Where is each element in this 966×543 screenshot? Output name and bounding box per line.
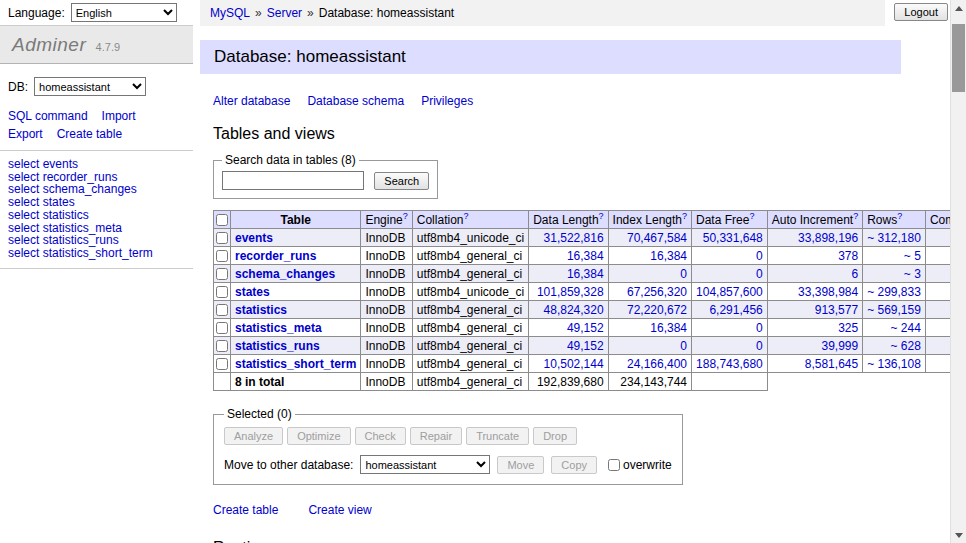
table-name-cell[interactable]: schema_changes: [231, 265, 361, 283]
row-checkbox[interactable]: [216, 250, 228, 262]
app-version[interactable]: 4.7.9: [96, 41, 120, 53]
auto-increment-cell[interactable]: 39,999: [767, 337, 862, 355]
search-button[interactable]: Search: [374, 172, 429, 190]
table-name-cell[interactable]: statistics_short_term: [231, 355, 361, 373]
table-action-button[interactable]: Check: [355, 427, 406, 445]
rows-count-cell[interactable]: ~ 299,833: [863, 283, 926, 301]
row-checkbox[interactable]: [216, 358, 228, 370]
data-free-cell[interactable]: 0: [692, 247, 768, 265]
column-help-link[interactable]: ?: [853, 211, 858, 221]
sidebar-action-link[interactable]: Import: [102, 109, 136, 123]
data-free-cell[interactable]: 0: [692, 319, 768, 337]
index-length-cell[interactable]: 16,384: [608, 247, 691, 265]
table-name-cell[interactable]: statistics_runs: [231, 337, 361, 355]
data-length-cell[interactable]: 48,824,320: [529, 301, 608, 319]
auto-increment-cell[interactable]: 6: [767, 265, 862, 283]
sidebar-action-link[interactable]: Create table: [57, 127, 122, 141]
data-length-cell[interactable]: 101,859,328: [529, 283, 608, 301]
column-header[interactable]: Engine?: [361, 211, 412, 229]
auto-increment-cell[interactable]: 913,577: [767, 301, 862, 319]
select-all-checkbox[interactable]: [216, 214, 228, 226]
data-length-cell[interactable]: 16,384: [529, 265, 608, 283]
data-free-cell[interactable]: 50,331,648: [692, 229, 768, 247]
index-length-cell[interactable]: 70,467,584: [608, 229, 691, 247]
index-length-cell[interactable]: 67,256,320: [608, 283, 691, 301]
sidebar-action-link[interactable]: Export: [8, 127, 43, 141]
vertical-scrollbar[interactable]: [950, 0, 966, 543]
scrollbar-thumb[interactable]: [952, 24, 965, 92]
table-action-button[interactable]: Truncate: [466, 427, 529, 445]
rows-count-cell[interactable]: ~ 3: [863, 265, 926, 283]
sidebar-table-link[interactable]: select statistics: [8, 209, 185, 222]
auto-increment-cell[interactable]: 33,898,196: [767, 229, 862, 247]
move-button[interactable]: Move: [497, 456, 544, 474]
breadcrumb-mysql-link[interactable]: MySQL: [210, 6, 250, 20]
table-action-button[interactable]: Analyze: [224, 427, 283, 445]
column-header[interactable]: Index Length?: [608, 211, 691, 229]
column-help-link[interactable]: ?: [682, 211, 687, 221]
db-select[interactable]: homeassistant: [34, 77, 146, 96]
index-length-cell[interactable]: 72,220,672: [608, 301, 691, 319]
breadcrumb-server-link[interactable]: Server: [267, 6, 302, 20]
column-help-link[interactable]: ?: [749, 211, 754, 221]
table-name-cell[interactable]: statistics: [231, 301, 361, 319]
table-action-button[interactable]: Drop: [533, 427, 577, 445]
column-header[interactable]: Rows?: [863, 211, 926, 229]
data-free-cell[interactable]: 188,743,680: [692, 355, 768, 373]
database-action-link[interactable]: Privileges: [421, 94, 473, 108]
data-length-cell[interactable]: 49,152: [529, 337, 608, 355]
rows-count-cell[interactable]: ~ 136,108: [863, 355, 926, 373]
auto-increment-cell[interactable]: 8,581,645: [767, 355, 862, 373]
table-name-cell[interactable]: states: [231, 283, 361, 301]
overwrite-checkbox[interactable]: [608, 459, 620, 471]
row-checkbox[interactable]: [216, 322, 228, 334]
data-free-cell[interactable]: 6,291,456: [692, 301, 768, 319]
data-free-cell[interactable]: 0: [692, 265, 768, 283]
column-help-link[interactable]: ?: [463, 211, 468, 221]
column-help-link[interactable]: ?: [897, 211, 902, 221]
sidebar-action-link[interactable]: SQL command: [8, 109, 88, 123]
rows-count-cell[interactable]: ~ 5: [863, 247, 926, 265]
column-header[interactable]: Data Length?: [529, 211, 608, 229]
row-checkbox[interactable]: [216, 268, 228, 280]
scroll-up-button[interactable]: [951, 0, 966, 16]
column-header[interactable]: Data Free?: [692, 211, 768, 229]
column-header[interactable]: Auto Increment?: [767, 211, 862, 229]
table-action-button[interactable]: Repair: [410, 427, 462, 445]
index-length-cell[interactable]: 0: [608, 337, 691, 355]
move-db-select[interactable]: homeassistant: [360, 455, 490, 474]
column-header[interactable]: Table: [231, 211, 361, 229]
index-length-cell[interactable]: 0: [608, 265, 691, 283]
table-name-cell[interactable]: events: [231, 229, 361, 247]
row-checkbox[interactable]: [216, 232, 228, 244]
row-checkbox[interactable]: [216, 304, 228, 316]
column-header[interactable]: Collation?: [412, 211, 528, 229]
scroll-down-button[interactable]: [951, 527, 966, 543]
column-help-link[interactable]: ?: [599, 211, 604, 221]
row-checkbox[interactable]: [216, 340, 228, 352]
rows-count-cell[interactable]: ~ 628: [863, 337, 926, 355]
database-action-link[interactable]: Alter database: [213, 94, 290, 108]
sidebar-table-link[interactable]: select statistics_short_term: [8, 247, 185, 260]
auto-increment-cell[interactable]: 325: [767, 319, 862, 337]
copy-button[interactable]: Copy: [551, 456, 597, 474]
rows-count-cell[interactable]: ~ 569,159: [863, 301, 926, 319]
search-input[interactable]: [222, 171, 364, 190]
column-help-link[interactable]: ?: [403, 211, 408, 221]
sidebar-table-link[interactable]: select states: [8, 196, 185, 209]
table-name-cell[interactable]: statistics_meta: [231, 319, 361, 337]
auto-increment-cell[interactable]: 378: [767, 247, 862, 265]
data-length-cell[interactable]: 10,502,144: [529, 355, 608, 373]
auto-increment-cell[interactable]: 33,398,984: [767, 283, 862, 301]
create-link[interactable]: Create view: [308, 503, 371, 517]
table-name-cell[interactable]: recorder_runs: [231, 247, 361, 265]
language-select[interactable]: English: [71, 3, 177, 22]
sidebar-table-link[interactable]: select events: [8, 158, 185, 171]
logout-button[interactable]: Logout: [894, 3, 948, 21]
data-length-cell[interactable]: 31,522,816: [529, 229, 608, 247]
index-length-cell[interactable]: 16,384: [608, 319, 691, 337]
data-length-cell[interactable]: 49,152: [529, 319, 608, 337]
row-checkbox[interactable]: [216, 286, 228, 298]
table-action-button[interactable]: Optimize: [287, 427, 350, 445]
database-action-link[interactable]: Database schema: [307, 94, 404, 108]
